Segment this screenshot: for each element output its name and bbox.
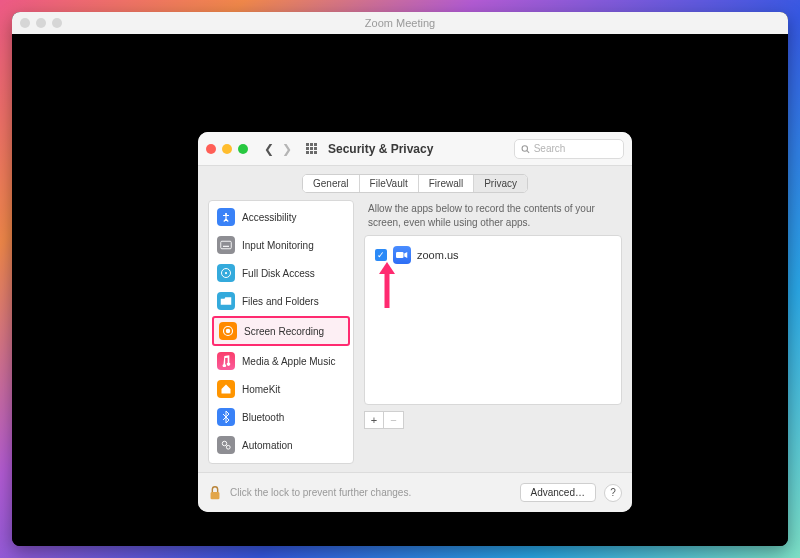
- sidebar-item-automation[interactable]: Automation: [209, 431, 353, 459]
- help-button[interactable]: ?: [604, 484, 622, 502]
- bluetooth-icon: [217, 408, 235, 426]
- sidebar-item-label: Accessibility: [242, 212, 296, 223]
- svg-point-2: [225, 213, 227, 215]
- search-input[interactable]: [534, 143, 617, 154]
- lock-icon[interactable]: [208, 485, 222, 501]
- svg-point-0: [522, 145, 527, 150]
- back-button[interactable]: ❮: [262, 140, 276, 158]
- zoom-titlebar: Zoom Meeting: [12, 12, 788, 34]
- accessibility-icon: [217, 208, 235, 226]
- sidebar-item-label: Media & Apple Music: [242, 356, 335, 367]
- app-row-zoom[interactable]: ✓ zoom.us: [371, 242, 615, 268]
- svg-rect-11: [396, 252, 404, 258]
- app-list[interactable]: ✓ zoom.us: [364, 235, 622, 405]
- description-text: Allow the apps below to record the conte…: [364, 200, 622, 235]
- nav-arrows: ❮ ❯: [262, 140, 294, 158]
- svg-point-6: [225, 272, 227, 274]
- sidebar-item-media-music[interactable]: Media & Apple Music: [209, 347, 353, 375]
- svg-point-8: [226, 329, 231, 334]
- segmented-tabs: General FileVault Firewall Privacy: [302, 174, 528, 193]
- add-remove-buttons: + −: [364, 411, 622, 429]
- sidebar-item-label: HomeKit: [242, 384, 280, 395]
- tab-firewall[interactable]: Firewall: [419, 175, 474, 192]
- zoom-window-title: Zoom Meeting: [12, 17, 788, 29]
- zoom-body: ❮ ❯ Security & Privacy General FileVau: [12, 34, 788, 546]
- minimize-icon[interactable]: [222, 144, 232, 154]
- tab-privacy[interactable]: Privacy: [474, 175, 527, 192]
- search-icon: [521, 144, 530, 154]
- sidebar-item-screen-recording[interactable]: Screen Recording: [212, 316, 350, 346]
- svg-point-10: [226, 445, 230, 449]
- prefs-traffic-lights[interactable]: [206, 144, 248, 154]
- sidebar-item-label: Full Disk Access: [242, 268, 315, 279]
- tab-filevault[interactable]: FileVault: [360, 175, 419, 192]
- sidebar-item-homekit[interactable]: HomeKit: [209, 375, 353, 403]
- svg-point-9: [222, 441, 227, 446]
- folder-icon: [217, 292, 235, 310]
- sidebar-item-accessibility[interactable]: Accessibility: [209, 203, 353, 231]
- lock-text: Click the lock to prevent further change…: [230, 487, 512, 498]
- preferences-window: ❮ ❯ Security & Privacy General FileVau: [198, 132, 632, 512]
- svg-rect-4: [223, 246, 229, 247]
- keyboard-icon: [217, 236, 235, 254]
- advanced-button[interactable]: Advanced…: [520, 483, 596, 502]
- sidebar-item-label: Input Monitoring: [242, 240, 314, 251]
- sidebar-item-label: Bluetooth: [242, 412, 284, 423]
- tab-general[interactable]: General: [303, 175, 360, 192]
- sidebar-column: Accessibility Input Monitoring: [208, 200, 354, 464]
- privacy-sidebar[interactable]: Accessibility Input Monitoring: [208, 200, 354, 464]
- remove-button[interactable]: −: [384, 411, 404, 429]
- add-button[interactable]: +: [364, 411, 384, 429]
- sidebar-item-full-disk-access[interactable]: Full Disk Access: [209, 259, 353, 287]
- music-icon: [217, 352, 235, 370]
- preferences-toolbar: ❮ ❯ Security & Privacy: [198, 132, 632, 166]
- zoom-window: Zoom Meeting ❮ ❯ Security & Priva: [12, 12, 788, 546]
- app-label: zoom.us: [417, 249, 459, 261]
- annotation-arrow-icon: [375, 260, 399, 310]
- tabs-row: General FileVault Firewall Privacy: [198, 166, 632, 200]
- sidebar-item-label: Screen Recording: [244, 326, 324, 337]
- sidebar-item-input-monitoring[interactable]: Input Monitoring: [209, 231, 353, 259]
- sidebar-item-label: Files and Folders: [242, 296, 319, 307]
- detail-column: Allow the apps below to record the conte…: [364, 200, 622, 464]
- record-icon: [219, 322, 237, 340]
- svg-line-1: [527, 150, 529, 152]
- preferences-body: Accessibility Input Monitoring: [198, 200, 632, 472]
- sidebar-item-label: Automation: [242, 440, 293, 451]
- sidebar-item-bluetooth[interactable]: Bluetooth: [209, 403, 353, 431]
- disk-icon: [217, 264, 235, 282]
- preferences-footer: Click the lock to prevent further change…: [198, 472, 632, 512]
- close-icon[interactable]: [206, 144, 216, 154]
- zoom-icon[interactable]: [238, 144, 248, 154]
- forward-button[interactable]: ❯: [280, 140, 294, 158]
- preferences-title: Security & Privacy: [328, 142, 433, 156]
- home-icon: [217, 380, 235, 398]
- gears-icon: [217, 436, 235, 454]
- show-all-icon[interactable]: [304, 142, 318, 156]
- svg-rect-3: [221, 241, 232, 249]
- search-field-wrap[interactable]: [514, 139, 624, 159]
- sidebar-item-files-folders[interactable]: Files and Folders: [209, 287, 353, 315]
- svg-rect-12: [211, 492, 220, 499]
